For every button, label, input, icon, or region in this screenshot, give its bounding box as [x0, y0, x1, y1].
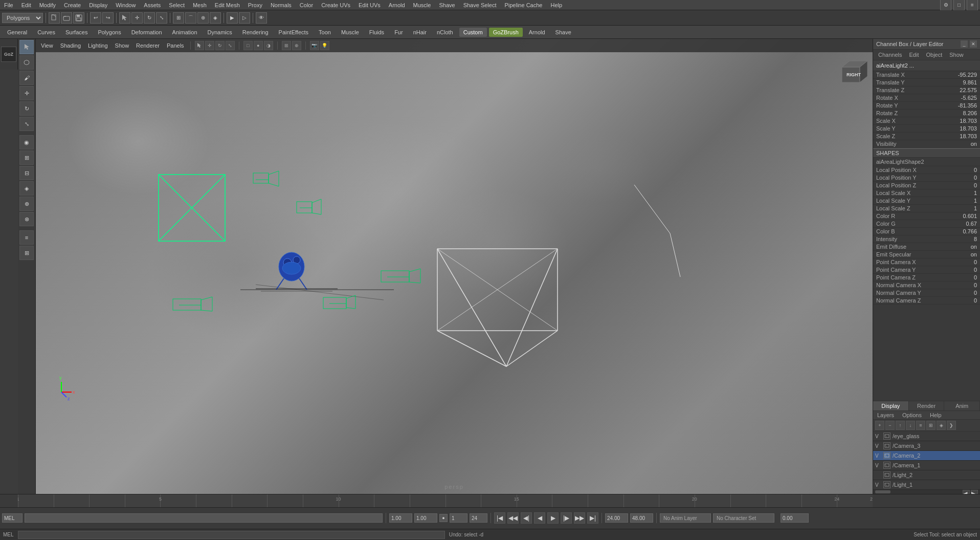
top-right-btn3[interactable]: ≡ [967, 0, 978, 11]
ipr-btn[interactable]: ▷ [239, 12, 250, 24]
snap-curve-btn[interactable]: ⌒ [185, 12, 196, 24]
channel-local-scale-x[interactable]: Local Scale X 1 [873, 189, 980, 197]
timeline-numbers[interactable]: 151015202425 [18, 494, 873, 507]
channel-local-scale-y[interactable]: Local Scale Y 1 [873, 197, 980, 205]
tab-deformation[interactable]: Deformation [127, 28, 166, 37]
menu-modify[interactable]: Modify [37, 2, 58, 8]
prev-key-btn[interactable]: ◀| [521, 512, 532, 524]
vp-icon-light[interactable]: 💡 [320, 41, 329, 50]
play-back-btn[interactable]: ◀ [534, 512, 545, 524]
tab-painteffects[interactable]: PaintEffects [275, 28, 313, 37]
rotate-tool2[interactable]: ↻ [19, 101, 34, 116]
viewport[interactable]: View Shading Lighting Show Renderer Pane… [36, 39, 873, 494]
next-frame-btn[interactable]: ▶▶ [574, 512, 585, 524]
timeline-bar[interactable]: 151015202425 [0, 494, 980, 508]
scale-tool2[interactable]: ⤡ [19, 117, 34, 131]
cb-tab-object[interactable]: Object [923, 51, 945, 59]
tab-polygons[interactable]: Polygons [94, 28, 125, 37]
layer-row-camera3[interactable]: V /Camera_3 [873, 441, 980, 451]
layer-row-light2[interactable]: /Light_2 [873, 470, 980, 480]
vp-icon-flat[interactable]: ◑ [264, 41, 273, 50]
menu-assets[interactable]: Assets [142, 2, 163, 8]
tab-fluids[interactable]: Fluids [365, 28, 388, 37]
auto-key-btn[interactable]: ● [439, 514, 448, 522]
cb-tab-channels[interactable]: Channels [875, 51, 905, 59]
tool14[interactable]: ⊞ [19, 246, 34, 260]
end-frame-input[interactable] [470, 513, 487, 523]
new-scene-btn[interactable] [49, 12, 60, 24]
redo-btn[interactable]: ↪ [102, 12, 114, 24]
tab-rendering[interactable]: Rendering [238, 28, 273, 37]
channel-translate-y[interactable]: Translate Y 9.861 [873, 79, 980, 87]
tab-dynamics[interactable]: Dynamics [204, 28, 236, 37]
channel-scale-x[interactable]: Scale X 18.703 [873, 117, 980, 125]
layer-tab-layers[interactable]: Layers [873, 411, 898, 419]
channel-color-g[interactable]: Color G 0.67 [873, 220, 980, 228]
save-btn[interactable] [73, 12, 84, 24]
select-tool-btn[interactable] [119, 12, 130, 24]
vp-icon-select[interactable] [195, 41, 204, 50]
snap-point-btn[interactable]: ⊕ [197, 12, 209, 24]
char-set-btn[interactable]: No Character Set [713, 513, 774, 523]
cb-close-btn[interactable]: ✕ [970, 40, 977, 48]
tool11[interactable]: ⊕ [19, 197, 34, 211]
layer-new-btn[interactable]: + [875, 421, 884, 430]
channel-translate-x[interactable]: Translate X -95.229 [873, 71, 980, 79]
menu-normals[interactable]: Normals [269, 2, 294, 8]
tab-display[interactable]: Display [873, 401, 909, 411]
vp-menu-lighting[interactable]: Lighting [86, 41, 110, 50]
top-right-btn1[interactable]: ⚙ [940, 0, 951, 11]
vp-icon-rotate[interactable]: ↻ [215, 41, 225, 50]
channel-rotate-y[interactable]: Rotate Y -81.356 [873, 102, 980, 110]
layer-tab-help[interactable]: Help [926, 411, 946, 419]
play-btn[interactable]: ▶ [547, 512, 559, 524]
rotate-tool-btn[interactable]: ↻ [144, 12, 155, 24]
tab-gozbrush[interactable]: GoZBrush [489, 28, 523, 37]
tab-curves[interactable]: Curves [33, 28, 59, 37]
vp-menu-shading[interactable]: Shading [58, 41, 83, 50]
menu-create[interactable]: Create [62, 2, 83, 8]
channel-intensity[interactable]: Intensity 8 [873, 235, 980, 243]
open-btn[interactable] [61, 12, 72, 24]
go-start-btn[interactable]: |◀ [494, 512, 505, 524]
layer-row-light1[interactable]: V /Light_1 [873, 480, 980, 490]
channel-rotate-x[interactable]: Rotate X -5.625 [873, 94, 980, 102]
tab-general[interactable]: General [3, 28, 31, 37]
layer-tab-options[interactable]: Options [898, 411, 926, 419]
tool9[interactable]: ⊟ [19, 166, 34, 180]
top-right-btn2[interactable]: □ [953, 0, 965, 11]
layer-row-eye-glass[interactable]: V /eye_glass [873, 431, 980, 441]
goz-icon[interactable]: GoZ [1, 47, 16, 62]
undo-btn[interactable]: ↩ [90, 12, 101, 24]
menu-display[interactable]: Display [87, 2, 109, 8]
view-cube[interactable]: RIGHT [834, 57, 867, 90]
layer-scrollbar[interactable]: ◀ ▶ [873, 490, 980, 494]
scroll-left-btn[interactable]: ◀ [963, 490, 970, 494]
channel-local-scale-z[interactable]: Local Scale Z 1 [873, 205, 980, 212]
menu-create-uvs[interactable]: Create UVs [319, 2, 352, 8]
cb-tab-edit[interactable]: Edit [906, 51, 922, 59]
channel-local-pos-z[interactable]: Local Position Z 0 [873, 182, 980, 189]
layer-btn4[interactable]: ↓ [906, 421, 915, 430]
vp-menu-view[interactable]: View [39, 41, 55, 50]
prev-frame-btn[interactable]: ◀◀ [507, 512, 519, 524]
channel-scrollable[interactable]: Translate X -95.229 Translate Y 9.861 Tr… [873, 71, 980, 401]
scroll-right-btn[interactable]: ▶ [971, 490, 978, 494]
menu-edit-uvs[interactable]: Edit UVs [357, 2, 383, 8]
tool13[interactable]: ≡ [19, 230, 34, 245]
scale-tool-btn[interactable]: ⤡ [156, 12, 167, 24]
layer-btn6[interactable]: ⊞ [926, 421, 936, 430]
tab-toon[interactable]: Toon [315, 28, 335, 37]
tool12[interactable]: ⊗ [19, 212, 34, 226]
channel-point-cam-z[interactable]: Point Camera Z 0 [873, 274, 980, 282]
anim-layer-btn[interactable]: No Anim Layer [660, 513, 711, 523]
render-btn[interactable]: ▶ [227, 12, 238, 24]
start-frame-input[interactable] [389, 513, 412, 523]
lasso-tool[interactable] [19, 55, 34, 70]
menu-arnold[interactable]: Arnold [387, 2, 407, 8]
menu-help[interactable]: Help [548, 2, 564, 8]
cb-tab-show[interactable]: Show [946, 51, 967, 59]
channel-normal-cam-z[interactable]: Normal Camera Z 0 [873, 297, 980, 305]
fps2-input[interactable] [630, 513, 653, 523]
tool8[interactable]: ⊞ [19, 150, 34, 165]
